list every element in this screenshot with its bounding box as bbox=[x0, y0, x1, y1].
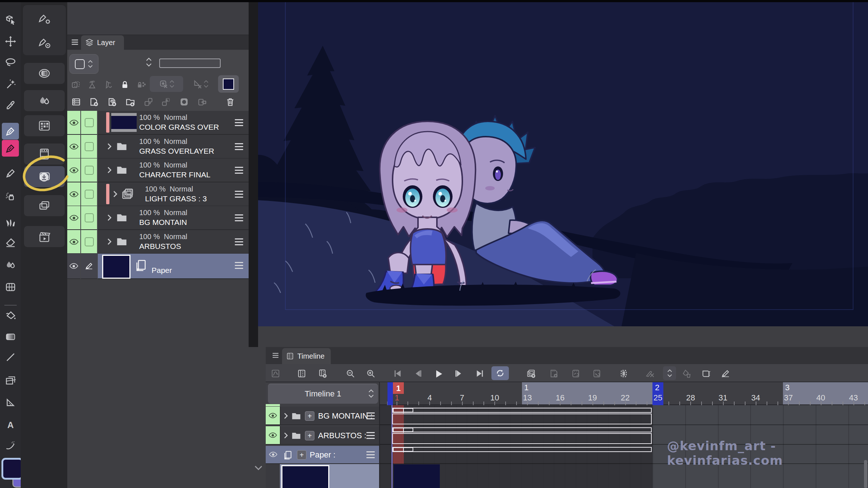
select-checkbox-cell[interactable] bbox=[81, 158, 97, 182]
select-checkbox-cell[interactable] bbox=[81, 182, 97, 206]
new-folder-icon[interactable] bbox=[124, 95, 137, 108]
blend-mode-stepper[interactable] bbox=[146, 57, 152, 67]
playback-start-marker[interactable] bbox=[387, 382, 393, 405]
track-row-selected[interactable]: + Paper : bbox=[266, 446, 379, 464]
expand-chevron-icon[interactable] bbox=[107, 166, 112, 174]
import-export-icon[interactable] bbox=[24, 166, 65, 187]
folder-span-bar[interactable] bbox=[392, 414, 652, 424]
layer-menu-icon[interactable] bbox=[235, 143, 243, 150]
pen-tool-icon[interactable] bbox=[4, 125, 17, 138]
layer-panel-menu-icon[interactable] bbox=[70, 37, 80, 47]
tool-property-icon[interactable] bbox=[24, 7, 65, 29]
layer-row-body[interactable]: 100 % Normal CHARACTER FINAL bbox=[98, 158, 249, 182]
link-cel-icon[interactable] bbox=[571, 368, 581, 379]
track-menu-icon[interactable] bbox=[366, 432, 375, 439]
visibility-cell[interactable] bbox=[67, 135, 80, 159]
layer-menu-icon[interactable] bbox=[235, 167, 243, 174]
navigator-icon[interactable] bbox=[24, 63, 65, 84]
layer-row[interactable]: 100 % Normal ARBUSTOS bbox=[67, 230, 249, 253]
merge-down-icon[interactable] bbox=[159, 95, 172, 108]
layer-row-body[interactable]: 100 % Normal BG MONTAIN bbox=[98, 206, 249, 230]
enable-mask-button[interactable] bbox=[150, 76, 183, 92]
blend-tool-icon[interactable] bbox=[4, 258, 17, 271]
layer-row-body[interactable]: 100 % Normal LIGHT GRASS : 3 bbox=[98, 182, 249, 206]
select-checkbox-cell[interactable] bbox=[81, 230, 97, 254]
tab-layer[interactable]: Layer bbox=[81, 35, 124, 50]
cel-item[interactable] bbox=[393, 447, 413, 452]
draft-layer-icon[interactable] bbox=[102, 78, 115, 91]
vertical-scrollbar[interactable] bbox=[864, 460, 867, 488]
playhead-flag[interactable]: 1 bbox=[393, 382, 404, 394]
zoom-out-icon[interactable] bbox=[345, 368, 355, 379]
track-row[interactable]: + BG MONTAIN : bbox=[266, 407, 379, 425]
timeline-palette-icon[interactable] bbox=[24, 144, 65, 165]
ruler-toggle-button[interactable] bbox=[185, 76, 216, 92]
opacity-slider[interactable] bbox=[159, 59, 221, 68]
layer-row[interactable]: 100 % Normal CHARACTER FINAL bbox=[67, 158, 249, 182]
pencil-tool-icon[interactable] bbox=[4, 167, 17, 180]
new-timeline-icon[interactable] bbox=[318, 368, 328, 379]
track-visibility-cell[interactable] bbox=[266, 407, 281, 424]
order-chevrons-button[interactable] bbox=[663, 366, 676, 380]
track-menu-icon[interactable] bbox=[366, 412, 375, 419]
correct-line-tool-icon[interactable] bbox=[4, 440, 17, 453]
layer-row[interactable]: 100 % Normal BG MONTAIN bbox=[67, 206, 249, 229]
color-set-icon[interactable] bbox=[24, 115, 65, 136]
blend-palette-icon[interactable] bbox=[24, 90, 65, 111]
layer-color-swatch[interactable] bbox=[218, 75, 239, 93]
reference-layer-icon[interactable] bbox=[85, 78, 99, 91]
layer-menu-icon[interactable] bbox=[235, 238, 243, 245]
layer-row-body[interactable]: Paper bbox=[98, 254, 249, 279]
cel-span-bar[interactable] bbox=[392, 427, 652, 432]
draw-on-cell[interactable] bbox=[81, 254, 97, 279]
layer-menu-icon[interactable] bbox=[235, 214, 243, 221]
track-row[interactable]: + ARBUSTOS : bbox=[266, 426, 379, 445]
new-raster-layer-icon[interactable] bbox=[87, 95, 100, 108]
tab-timeline[interactable]: Timeline bbox=[282, 348, 331, 364]
visibility-cell[interactable] bbox=[67, 230, 80, 254]
lock-transparent-pixels-icon[interactable] bbox=[134, 78, 148, 91]
palette-options-list-icon[interactable] bbox=[69, 95, 83, 108]
next-frame-icon[interactable] bbox=[454, 368, 464, 379]
timeline-collapse-chevron[interactable] bbox=[254, 465, 264, 475]
airbrush-tool-icon[interactable] bbox=[4, 190, 17, 203]
ruler-tool-icon[interactable] bbox=[4, 396, 17, 409]
new-animation-folder-icon[interactable] bbox=[526, 368, 537, 379]
main-color-swatch[interactable] bbox=[1, 458, 23, 480]
paper-cel-thumbnail[interactable] bbox=[281, 465, 329, 488]
figure-tool-icon[interactable] bbox=[4, 281, 17, 294]
timeline-selector-stepper[interactable] bbox=[368, 389, 374, 398]
layer-row-body[interactable]: 100 % Normal ARBUSTOS bbox=[98, 230, 249, 254]
line-tool-icon[interactable] bbox=[4, 351, 17, 364]
expand-chevron-icon[interactable] bbox=[284, 412, 288, 419]
folder-span-bar[interactable] bbox=[392, 433, 652, 444]
expand-chevron-icon[interactable] bbox=[107, 143, 112, 150]
brush-tool-icon[interactable] bbox=[4, 142, 17, 155]
expand-chevron-icon[interactable] bbox=[107, 238, 112, 245]
fill-tool-icon[interactable] bbox=[4, 309, 17, 322]
cel-item[interactable] bbox=[393, 428, 413, 432]
layer-menu-icon[interactable] bbox=[235, 191, 243, 198]
sub-tool-detail-icon[interactable] bbox=[24, 31, 65, 53]
eyedropper-tool-icon[interactable] bbox=[4, 99, 17, 112]
gradient-tool-icon[interactable] bbox=[4, 330, 17, 343]
transfer-down-icon[interactable] bbox=[142, 95, 155, 108]
light-table-brush-icon[interactable] bbox=[645, 368, 655, 379]
edit-cel-pencil-icon[interactable] bbox=[720, 368, 731, 379]
loop-playback-button[interactable] bbox=[491, 366, 509, 380]
paper-cel-track-thumbnail[interactable] bbox=[394, 464, 440, 488]
unlink-cel-icon[interactable] bbox=[592, 368, 602, 379]
layer-menu-icon[interactable] bbox=[235, 119, 243, 126]
track-menu-icon[interactable] bbox=[366, 451, 375, 458]
layer-thumbnail[interactable] bbox=[111, 113, 137, 132]
eraser-tool-icon[interactable] bbox=[4, 236, 17, 249]
decoration-grass-tool-icon[interactable] bbox=[4, 216, 17, 229]
layer-row-body[interactable]: 100 % Normal GRASS OVERLAYER bbox=[98, 135, 249, 159]
cel-span-bar[interactable] bbox=[392, 447, 652, 452]
cel-item[interactable] bbox=[393, 408, 413, 412]
layer-mask-icon[interactable] bbox=[177, 95, 190, 108]
clip-to-layer-below-icon[interactable] bbox=[69, 78, 82, 91]
frame-camera-icon[interactable] bbox=[196, 95, 209, 108]
new-vector-layer-icon[interactable] bbox=[105, 95, 118, 108]
cel-span-bar[interactable] bbox=[392, 408, 652, 413]
